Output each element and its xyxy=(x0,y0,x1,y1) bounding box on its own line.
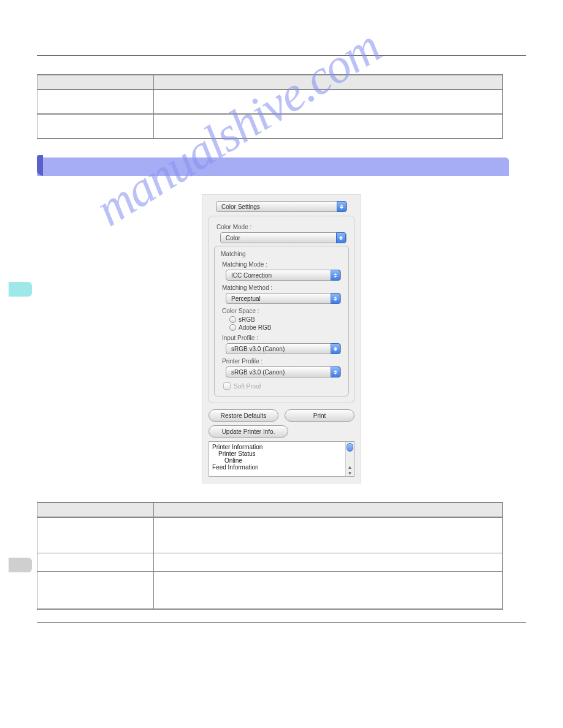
matching-method-value: Perceptual xyxy=(231,295,261,302)
updown-icon xyxy=(336,232,346,243)
radio-srgb-label: sRGB xyxy=(239,316,255,323)
matching-mode-select[interactable]: ICC Correction xyxy=(226,270,341,281)
side-tab-cyan xyxy=(9,282,32,297)
top-rule xyxy=(37,55,526,56)
updown-icon xyxy=(331,366,340,377)
update-printer-info-label: Update Printer Info. xyxy=(222,428,275,435)
soft-proof-checkbox: Soft Proof xyxy=(223,382,343,390)
matching-mode-value: ICC Correction xyxy=(231,272,272,279)
scroll-up-icon[interactable]: ▲ xyxy=(346,464,354,470)
print-button[interactable]: Print xyxy=(285,409,354,422)
update-printer-info-button[interactable]: Update Printer Info. xyxy=(209,425,288,438)
matching-legend: Matching xyxy=(218,251,248,257)
table-row xyxy=(37,553,503,571)
bottom-table xyxy=(37,502,503,610)
printer-info-box: Printer Information Printer Status Onlin… xyxy=(209,441,354,477)
matching-method-label: Matching Method : xyxy=(222,284,343,291)
input-profile-select[interactable]: sRGB v3.0 (Canon) xyxy=(226,343,341,354)
radio-adobergb[interactable]: Adobe RGB xyxy=(229,324,343,331)
side-tab-gray xyxy=(9,558,32,572)
color-mode-label: Color Mode : xyxy=(216,224,349,230)
table-row xyxy=(37,114,503,138)
updown-icon xyxy=(331,343,340,354)
scroll-thumb[interactable] xyxy=(347,443,353,452)
radio-icon xyxy=(229,324,236,331)
restore-defaults-button[interactable]: Restore Defaults xyxy=(209,409,278,422)
soft-proof-label: Soft Proof xyxy=(234,383,261,390)
info-line: Feed Information xyxy=(212,464,351,471)
table-row xyxy=(37,89,503,114)
updown-icon xyxy=(331,270,340,281)
table-row xyxy=(37,517,503,553)
panel-select-label: Color Settings xyxy=(221,203,260,210)
updown-icon xyxy=(337,201,347,212)
info-line: Printer Status xyxy=(212,450,351,457)
matching-mode-label: Matching Mode : xyxy=(222,261,343,268)
section-heading-bar xyxy=(37,157,509,176)
bottom-rule xyxy=(37,622,526,623)
restore-defaults-label: Restore Defaults xyxy=(221,412,266,419)
radio-icon xyxy=(229,316,236,323)
radio-adobergb-label: Adobe RGB xyxy=(239,324,271,331)
table-row xyxy=(37,571,503,609)
input-profile-value: sRGB v3.0 (Canon) xyxy=(231,346,285,352)
updown-icon xyxy=(331,293,340,304)
color-mode-value: Color xyxy=(226,235,240,241)
scrollbar[interactable]: ▲ ▼ xyxy=(345,442,354,476)
color-mode-select[interactable]: Color xyxy=(220,232,347,243)
printer-profile-select[interactable]: sRGB v3.0 (Canon) xyxy=(226,366,341,377)
checkbox-icon xyxy=(223,382,231,390)
scroll-down-icon[interactable]: ▼ xyxy=(346,470,354,476)
info-line: Printer Information xyxy=(212,444,351,450)
panel-select[interactable]: Color Settings xyxy=(216,201,347,212)
printer-profile-label: Printer Profile : xyxy=(222,358,343,365)
input-profile-label: Input Profile : xyxy=(222,335,343,341)
color-settings-dialog: Color Settings Color Mode : Color Matchi… xyxy=(202,194,361,483)
matching-method-select[interactable]: Perceptual xyxy=(226,293,341,304)
radio-srgb[interactable]: sRGB xyxy=(229,316,343,323)
top-table xyxy=(37,74,503,139)
printer-profile-value: sRGB v3.0 (Canon) xyxy=(231,369,285,376)
info-line: Online xyxy=(212,457,351,464)
print-label: Print xyxy=(313,412,326,419)
color-space-label: Color Space : xyxy=(222,308,343,314)
